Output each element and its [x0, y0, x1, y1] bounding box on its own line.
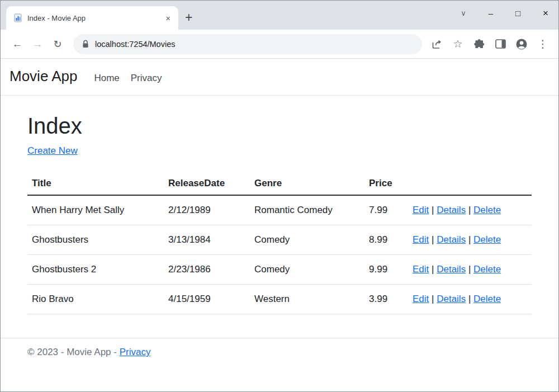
action-separator: | — [468, 264, 471, 275]
footer-privacy-link[interactable]: Privacy — [120, 347, 151, 357]
cell-title: Ghostbusters 2 — [27, 255, 164, 285]
tab-close-icon[interactable]: × — [163, 13, 173, 23]
header-price: Price — [364, 172, 408, 195]
toolbar-icons: ☆ ⋮ — [428, 35, 552, 53]
delete-link[interactable]: Delete — [473, 205, 501, 215]
side-panel-icon[interactable] — [491, 35, 509, 53]
window-controls: ∨ – □ × — [461, 1, 548, 25]
cell-release-date: 3/13/1984 — [164, 225, 250, 255]
table-row: When Harry Met Sally 2/12/1989 Romantic … — [27, 195, 532, 225]
favicon-chart-icon — [13, 13, 22, 22]
table-row: Ghostbusters 2 2/23/1986 Comedy 9.99 Edi… — [27, 255, 532, 285]
chevron-down-icon[interactable]: ∨ — [461, 10, 466, 17]
header-actions — [408, 172, 532, 195]
url-text[interactable]: localhost:7254/Movies — [95, 40, 175, 49]
action-separator: | — [432, 205, 434, 215]
table-row: Rio Bravo 4/15/1959 Western 3.99 Edit | … — [27, 285, 532, 314]
movies-table: Title ReleaseDate Genre Price When Harry… — [27, 172, 532, 314]
cell-title: When Harry Met Sally — [27, 195, 164, 225]
details-link[interactable]: Details — [437, 264, 466, 275]
header-genre: Genre — [250, 172, 364, 195]
browser-window: Index - Movie App × + ∨ – □ × ← → ↻ loca… — [0, 0, 559, 392]
details-link[interactable]: Details — [437, 294, 466, 304]
close-button[interactable]: × — [543, 8, 548, 18]
share-icon[interactable] — [428, 35, 446, 53]
page-footer: © 2023 - Movie App - Privacy — [1, 338, 558, 366]
tab-strip: Index - Movie App × + ∨ – □ × — [1, 1, 558, 30]
action-separator: | — [468, 205, 471, 215]
delete-link[interactable]: Delete — [473, 264, 501, 275]
header-title: Title — [27, 172, 164, 195]
cell-price: 7.99 — [364, 195, 408, 225]
cell-release-date: 2/12/1989 — [164, 195, 250, 225]
cell-genre: Comedy — [250, 255, 364, 285]
address-bar[interactable]: localhost:7254/Movies — [73, 34, 422, 54]
table-header-row: Title ReleaseDate Genre Price — [27, 172, 532, 195]
details-link[interactable]: Details — [437, 234, 466, 245]
browser-toolbar: ← → ↻ localhost:7254/Movies ☆ — [1, 30, 558, 59]
reload-icon[interactable]: ↻ — [48, 34, 68, 54]
action-separator: | — [468, 294, 471, 304]
delete-link[interactable]: Delete — [473, 294, 501, 304]
copyright-text: © 2023 - Movie App - — [27, 347, 117, 357]
cell-genre: Comedy — [250, 225, 364, 255]
edit-link[interactable]: Edit — [413, 294, 429, 304]
main-content: Index Create New Title ReleaseDate Genre… — [1, 96, 558, 314]
cell-price: 9.99 — [364, 255, 408, 285]
cell-genre: Romantic Comedy — [250, 195, 364, 225]
action-separator: | — [432, 294, 434, 304]
action-separator: | — [432, 234, 434, 245]
cell-genre: Western — [250, 285, 364, 314]
page-title: Index — [27, 114, 532, 139]
delete-link[interactable]: Delete — [473, 234, 501, 245]
cell-actions: Edit | Details | Delete — [408, 255, 532, 285]
cell-actions: Edit | Details | Delete — [408, 285, 532, 314]
forward-icon[interactable]: → — [27, 34, 48, 54]
table-row: Ghostbusters 3/13/1984 Comedy 8.99 Edit … — [27, 225, 532, 255]
page-content: Movie App Home Privacy Index Create New … — [1, 59, 558, 391]
cell-actions: Edit | Details | Delete — [408, 195, 532, 225]
nav-link-home[interactable]: Home — [94, 73, 119, 84]
site-navbar: Movie App Home Privacy — [1, 59, 558, 96]
lock-icon[interactable] — [82, 40, 89, 48]
tab-title: Index - Movie App — [27, 14, 158, 22]
cell-title: Ghostbusters — [27, 225, 164, 255]
navbar-brand[interactable]: Movie App — [10, 68, 77, 85]
extensions-puzzle-icon[interactable] — [470, 35, 488, 53]
create-new-link[interactable]: Create New — [27, 145, 78, 156]
minimize-button[interactable]: – — [489, 9, 493, 17]
header-release-date: ReleaseDate — [164, 172, 250, 195]
nav-link-privacy[interactable]: Privacy — [131, 73, 162, 84]
new-tab-button[interactable]: + — [185, 11, 192, 24]
maximize-button[interactable]: □ — [515, 9, 520, 17]
cell-price: 3.99 — [364, 285, 408, 314]
edit-link[interactable]: Edit — [413, 234, 429, 245]
cell-release-date: 4/15/1959 — [164, 285, 250, 314]
cell-price: 8.99 — [364, 225, 408, 255]
action-separator: | — [468, 234, 471, 245]
cell-release-date: 2/23/1986 — [164, 255, 250, 285]
browser-tab[interactable]: Index - Movie App × — [6, 6, 178, 30]
bookmark-star-icon[interactable]: ☆ — [449, 35, 467, 53]
action-separator: | — [432, 264, 434, 275]
edit-link[interactable]: Edit — [413, 205, 429, 215]
back-icon[interactable]: ← — [7, 34, 27, 54]
details-link[interactable]: Details — [437, 205, 466, 215]
edit-link[interactable]: Edit — [413, 264, 429, 275]
profile-avatar-icon[interactable] — [513, 35, 530, 53]
kebab-menu-icon[interactable]: ⋮ — [534, 35, 552, 53]
cell-title: Rio Bravo — [27, 285, 164, 314]
cell-actions: Edit | Details | Delete — [408, 225, 532, 255]
